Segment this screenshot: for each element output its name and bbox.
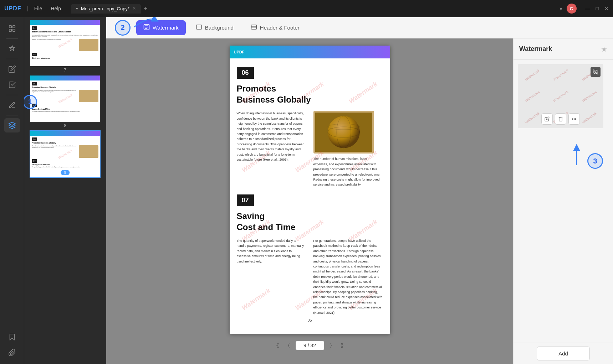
thumbnail-page-9[interactable]: 06 Promotes Business Globally When doing… xyxy=(27,131,103,177)
prev-page-button[interactable]: ⟨ xyxy=(285,340,293,350)
pdf-logo: UPDF xyxy=(234,50,245,54)
thumbnail-panel: 04 Better Customer Services and Communic… xyxy=(24,17,106,364)
user-avatar[interactable]: C xyxy=(567,4,577,14)
wm-text-1: Watermark xyxy=(524,68,540,82)
section-07-left-col: The quantity of paperwork needed daily t… xyxy=(237,238,306,315)
sidebar-icon-form[interactable] xyxy=(4,78,20,92)
edit-watermark-button[interactable] xyxy=(541,113,553,125)
svg-rect-1 xyxy=(12,26,15,28)
svg-rect-3 xyxy=(12,29,15,31)
titlebar-right: ▾ C — □ ✕ xyxy=(560,4,609,14)
pdf-header-bar: UPDF xyxy=(230,46,390,58)
close-button[interactable]: ✕ xyxy=(604,6,609,11)
pdf-page: UPDF 06 PromotesBusiness Globally When d… xyxy=(230,46,390,334)
hide-watermark-button[interactable] xyxy=(591,67,601,77)
last-page-button[interactable]: ⟫ xyxy=(338,340,347,350)
watermark-preview-card: Watermark Watermark Watermark Watermark … xyxy=(518,64,603,128)
svg-rect-5 xyxy=(196,25,201,29)
tab-header-footer-label: Header & Footer xyxy=(260,25,300,31)
sidebar-icon-edit[interactable] xyxy=(4,62,20,76)
titlebar: UPDF | File Help ▾ Mes_prem...opy_Copy* … xyxy=(0,0,613,17)
delete-watermark-button[interactable] xyxy=(555,113,566,125)
section-06-number: 06 xyxy=(237,67,254,79)
section-06-cols: When doing international business, speci… xyxy=(237,111,383,187)
page-indicator: 9 / 32 xyxy=(296,341,324,350)
section-06: 06 PromotesBusiness Globally When doing … xyxy=(237,67,383,187)
total-pages: 32 xyxy=(310,343,316,348)
thumb-label-7: 7 xyxy=(64,68,66,73)
section-07-number: 07 xyxy=(237,194,254,206)
content-area: UPDF 06 PromotesBusiness Globally When d… xyxy=(106,38,613,364)
wm-text-9: Watermark xyxy=(581,111,597,124)
svg-rect-2 xyxy=(9,29,11,31)
pdf-viewer[interactable]: UPDF 06 PromotesBusiness Globally When d… xyxy=(106,38,513,364)
annotation-1: 1 xyxy=(24,95,37,109)
section-07-title: SavingCost and Time xyxy=(237,210,383,233)
sidebar-icon-stamp[interactable] xyxy=(4,42,20,56)
annotation-2: 2 xyxy=(115,20,131,36)
separator: | xyxy=(27,5,29,12)
sidebar-separator-1 xyxy=(6,38,18,39)
thumb-page-badge: 9 xyxy=(61,170,70,175)
globe-image xyxy=(313,111,374,154)
window-controls: — □ ✕ xyxy=(585,6,609,11)
tab-label: Mes_prem...opy_Copy* xyxy=(81,6,129,11)
section-07-left-text: The quantity of paperwork needed daily t… xyxy=(237,238,306,264)
menu-file[interactable]: File xyxy=(34,6,42,11)
menu-help[interactable]: Help xyxy=(51,6,61,11)
sidebar-icon-bookmark[interactable] xyxy=(4,330,20,344)
tab-background[interactable]: Background xyxy=(189,20,241,35)
tabs-dropdown-button[interactable]: ▾ xyxy=(560,5,562,12)
pdf-body: 06 PromotesBusiness Globally When doing … xyxy=(230,58,390,334)
wm-text-2: Watermark xyxy=(552,68,569,82)
section-07-cols: The quantity of paperwork needed daily t… xyxy=(237,238,383,315)
sidebar-icon-pages[interactable] xyxy=(4,21,20,36)
page-separator: / xyxy=(308,343,309,348)
thumb-label-8: 8 xyxy=(64,123,66,128)
add-watermark-button[interactable]: Add xyxy=(537,347,590,360)
sidebar-separator-4 xyxy=(6,115,18,115)
right-panel-header: Watermark ★ xyxy=(514,38,613,60)
thumbnail-page-8[interactable]: 1 06 Promotes Business Globally When doi… xyxy=(27,76,103,128)
right-panel-footer: Add xyxy=(514,343,613,364)
right-panel-title: Watermark xyxy=(519,45,552,53)
first-page-button[interactable]: ⟪ xyxy=(273,340,282,350)
sidebar-icon-layers[interactable] xyxy=(4,118,20,132)
tab-header-footer[interactable]: Header & Footer xyxy=(244,20,307,35)
wm-text-6: Watermark xyxy=(581,90,597,103)
watermark-actions-row: ••• xyxy=(541,113,580,125)
right-panel-body: Watermark Watermark Watermark Watermark … xyxy=(514,60,613,343)
annotation-3: 3 xyxy=(587,153,603,169)
tab-bar: ▾ Mes_prem...opy_Copy* ✕ + xyxy=(71,4,555,14)
new-tab-button[interactable]: + xyxy=(144,5,148,12)
minimize-button[interactable]: — xyxy=(585,6,590,11)
sidebar-icon-sign[interactable] xyxy=(4,98,20,112)
active-tab[interactable]: ▾ Mes_prem...opy_Copy* ✕ xyxy=(71,4,141,14)
sidebar-separator-2 xyxy=(6,59,18,59)
section-06-right-col: The number of human mistakes, labor expe… xyxy=(313,111,383,187)
app-logo: UPDF xyxy=(4,5,21,12)
section-06-left-col: When doing international business, speci… xyxy=(237,111,306,187)
pdf-page-number: 05 xyxy=(237,315,383,325)
main-layout: 04 Better Customer Services and Communic… xyxy=(0,17,613,364)
toolbar: 2 Watermark xyxy=(106,17,613,38)
tab-dropdown-icon[interactable]: ▾ xyxy=(76,6,78,11)
thumbnail-page-7[interactable]: 04 Better Customer Services and Communic… xyxy=(27,20,103,73)
sidebar-separator-3 xyxy=(6,95,18,95)
section-07-right-col: For generations, people have utilized th… xyxy=(313,238,383,315)
svg-rect-6 xyxy=(251,25,256,29)
next-page-button[interactable]: ⟩ xyxy=(327,340,335,350)
star-button[interactable]: ★ xyxy=(601,45,607,53)
current-page: 9 xyxy=(303,343,306,348)
maximize-button[interactable]: □ xyxy=(596,6,599,11)
sidebar-icon-attach[interactable] xyxy=(4,345,20,360)
header-footer-tab-icon xyxy=(251,24,257,32)
left-sidebar xyxy=(0,17,24,364)
svg-point-10 xyxy=(328,116,360,148)
page-nav: ⟪ ⟨ 9 / 32 ⟩ ⟫ xyxy=(230,337,390,354)
right-panel: Watermark ★ Watermark Watermark Watermar… xyxy=(513,38,613,364)
titlebar-menu: File Help xyxy=(34,6,61,11)
more-watermark-button[interactable]: ••• xyxy=(568,113,580,125)
tab-close-button[interactable]: ✕ xyxy=(132,6,136,11)
svg-rect-0 xyxy=(9,26,11,28)
